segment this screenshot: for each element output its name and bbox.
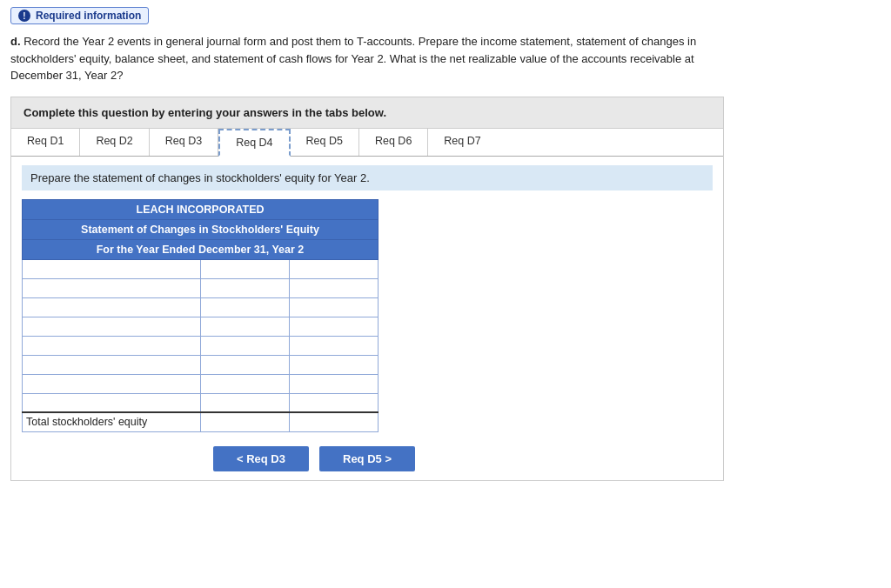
tab-content: Prepare the statement of changes in stoc… <box>11 157 723 480</box>
cell-mid[interactable] <box>200 278 289 297</box>
tab-description-text: Prepare the statement of changes in stoc… <box>30 171 370 184</box>
statement-title-row1: LEACH INCORPORATED <box>23 199 379 219</box>
title-line1: LEACH INCORPORATED <box>23 199 379 219</box>
table-row <box>23 355 379 374</box>
instruction-text: Complete this question by entering your … <box>23 106 386 119</box>
cell-right[interactable] <box>289 374 378 393</box>
statement-table: LEACH INCORPORATED Statement of Changes … <box>22 199 379 432</box>
table-row <box>23 374 379 393</box>
cell-right[interactable] <box>289 355 378 374</box>
cell-mid[interactable] <box>200 374 289 393</box>
next-button[interactable]: Req D5 > <box>319 446 415 471</box>
cell-right[interactable] <box>289 278 378 297</box>
statement-title-row2: Statement of Changes in Stockholders' Eq… <box>23 219 379 239</box>
instruction-box: Complete this question by entering your … <box>10 97 724 129</box>
tab-req-d1[interactable]: Req D1 <box>11 129 80 156</box>
statement-title-row3: For the Year Ended December 31, Year 2 <box>23 239 379 259</box>
cell-mid[interactable] <box>200 336 289 355</box>
cell-label[interactable] <box>23 336 201 355</box>
total-mid[interactable] <box>200 412 289 431</box>
cell-label[interactable] <box>23 374 201 393</box>
total-right[interactable] <box>289 412 378 431</box>
cell-label[interactable] <box>23 317 201 336</box>
cell-label[interactable] <box>23 297 201 317</box>
cell-mid[interactable] <box>200 393 289 412</box>
title-line3: For the Year Ended December 31, Year 2 <box>23 239 379 259</box>
cell-right[interactable] <box>289 297 378 317</box>
tab-req-d5[interactable]: Req D5 <box>291 129 359 156</box>
cell-mid[interactable] <box>200 317 289 336</box>
exclamation-icon: ! <box>18 10 30 22</box>
cell-label[interactable] <box>23 393 201 412</box>
question-body: Record the Year 2 events in general jour… <box>10 35 696 82</box>
cell-mid[interactable] <box>200 297 289 317</box>
total-row: Total stockholders' equity <box>23 412 379 431</box>
tabs-row: Req D1 Req D2 Req D3 Req D4 Req D5 Req D… <box>11 129 723 157</box>
table-row <box>23 297 379 317</box>
tab-req-d6[interactable]: Req D6 <box>359 129 428 156</box>
required-banner: ! Required information <box>10 7 149 24</box>
tab-req-d2[interactable]: Req D2 <box>80 129 149 156</box>
cell-mid[interactable] <box>200 355 289 374</box>
cell-mid[interactable] <box>200 259 289 278</box>
cell-right[interactable] <box>289 393 378 412</box>
title-line2: Statement of Changes in Stockholders' Eq… <box>23 219 379 239</box>
cell-right[interactable] <box>289 317 378 336</box>
table-row <box>23 259 379 278</box>
question-prefix: d. <box>10 35 21 48</box>
tab-description: Prepare the statement of changes in stoc… <box>22 165 713 190</box>
cell-label[interactable] <box>23 355 201 374</box>
tab-req-d3[interactable]: Req D3 <box>150 129 218 156</box>
table-row <box>23 278 379 297</box>
table-row <box>23 317 379 336</box>
cell-right[interactable] <box>289 259 378 278</box>
question-text: d. Record the Year 2 events in general j… <box>10 33 724 84</box>
cell-label[interactable] <box>23 278 201 297</box>
table-row <box>23 393 379 412</box>
cell-right[interactable] <box>289 336 378 355</box>
total-label: Total stockholders' equity <box>23 412 201 431</box>
tab-req-d7[interactable]: Req D7 <box>428 129 496 156</box>
required-label: Required information <box>36 10 141 22</box>
table-row <box>23 336 379 355</box>
cell-label[interactable] <box>23 259 201 278</box>
tabs-container: Req D1 Req D2 Req D3 Req D4 Req D5 Req D… <box>10 129 724 481</box>
nav-buttons: < Req D3 Req D5 > <box>22 446 713 471</box>
prev-button[interactable]: < Req D3 <box>213 446 309 471</box>
tab-req-d4[interactable]: Req D4 <box>218 129 290 157</box>
